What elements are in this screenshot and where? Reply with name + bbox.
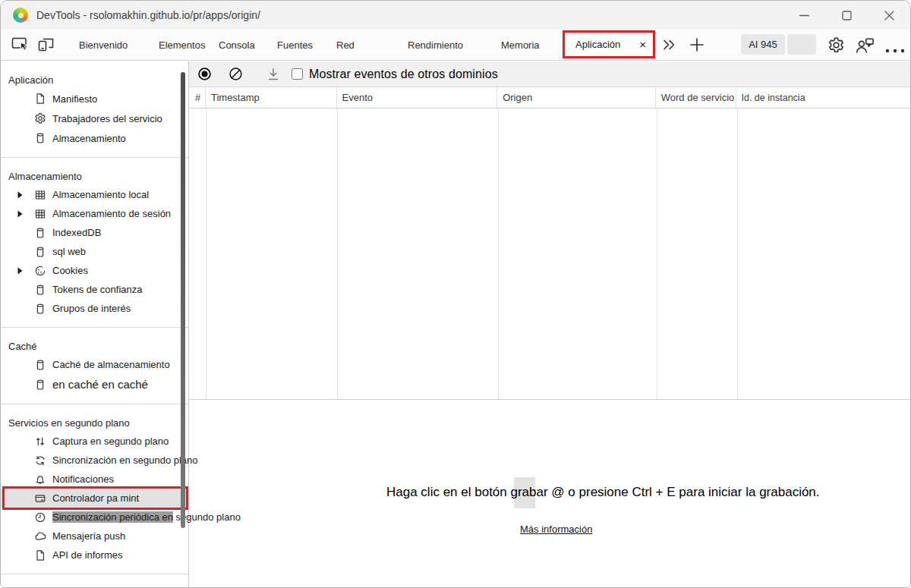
document-icon — [34, 93, 46, 105]
column-header-: # — [189, 87, 206, 108]
sidebar-item-label: Cookies — [52, 265, 88, 276]
sidebar-item-tokens-de-confianza[interactable]: Tokens de confianza — [1, 280, 188, 299]
selected-text: Sincronización periódica en — [52, 511, 173, 523]
download-icon[interactable] — [266, 67, 280, 81]
database-icon — [34, 284, 46, 296]
sidebar-item-sql-web[interactable]: sql web — [1, 242, 188, 261]
sidebar-item-label: sql web — [52, 246, 86, 257]
sidebar-section-servicios-en-segundo-plano: Servicios en segundo planoCaptura en seg… — [1, 404, 188, 574]
tab-red[interactable]: Red — [336, 30, 355, 60]
sidebar-item-label: Grupos de interés — [52, 303, 131, 314]
sidebar-item-mensajeria-push[interactable]: Mensajería push — [1, 527, 188, 546]
sidebar-item-captura-en-segundo-plano[interactable]: Captura en segundo plano — [1, 432, 188, 451]
sidebar-item-label: Tokens de confianza — [52, 284, 143, 295]
sidebar-item-grupos-de-interes[interactable]: Grupos de interés — [1, 299, 188, 318]
sidebar-item-almacenamiento-local[interactable]: Almacenamiento local — [1, 185, 188, 204]
tab-close-icon[interactable]: × — [639, 39, 646, 50]
gear-icon[interactable] — [827, 36, 845, 57]
column-header-timestamp: Timestamp — [206, 87, 337, 108]
minimize-icon[interactable] — [783, 1, 825, 30]
sidebar-item-label: Caché de almacenamiento — [52, 359, 170, 370]
empty-state-message: Haga clic en el botón grabar @ o presion… — [386, 485, 820, 500]
tab-rendimiento[interactable]: Rendimiento — [408, 30, 463, 60]
clock-icon — [34, 511, 46, 524]
record-icon[interactable] — [197, 66, 213, 82]
learn-more-link[interactable]: Más información — [520, 524, 592, 535]
sync-icon — [34, 454, 46, 467]
chevron-double-icon[interactable] — [661, 38, 676, 55]
sidebar-item-cache-de-almacenamiento[interactable]: Caché de almacenamiento — [1, 355, 188, 374]
sidebar-item-controlador-pa-mint[interactable]: Controlador pa mint — [1, 489, 188, 508]
section-header-aplicacion: Aplicación — [1, 71, 188, 89]
sidebar-scrollbar-thumb[interactable] — [181, 72, 185, 528]
tab-consola[interactable]: Consola — [219, 30, 255, 60]
database-icon — [34, 359, 46, 371]
application-sidebar: AplicaciónManifiestoTrabajadores del ser… — [1, 61, 189, 587]
tab-memoria[interactable]: Memoria — [501, 30, 540, 60]
sidebar-item-indexeddb[interactable]: IndexedDB — [1, 223, 188, 242]
sidebar-item-api-de-informes[interactable]: API de informes — [1, 546, 188, 564]
section-header-almacenamiento: Almacenamiento — [1, 168, 188, 185]
show-other-domains-label[interactable]: Mostrar eventos de otros dominios — [309, 68, 498, 81]
clear-icon[interactable] — [228, 66, 244, 82]
active-tab-label: Aplicación — [575, 39, 620, 50]
grid-icon — [34, 208, 46, 220]
sidebar-item-label: API de informes — [52, 549, 123, 561]
grid-icon — [34, 189, 46, 201]
window-controls — [783, 1, 910, 30]
sidebar-item-almacenamiento-de-sesion[interactable]: Almacenamiento de sesión — [1, 204, 188, 223]
column-divider — [657, 108, 657, 399]
sidebar-item-label: Almacenamiento local — [52, 189, 149, 200]
database-icon — [34, 132, 46, 144]
cookie-icon — [34, 265, 46, 277]
sidebar-item-label: Controlador pa mint — [52, 492, 139, 504]
close-icon[interactable] — [868, 1, 910, 30]
expander-icon[interactable] — [17, 266, 24, 275]
sidebar-item-manifiesto[interactable]: Manifiesto — [1, 89, 188, 108]
sidebar-section-cache: CachéCaché de almacenamientoen caché en … — [1, 327, 188, 404]
ai-badge[interactable]: AI 945 — [741, 34, 816, 55]
ai-badge-label[interactable]: AI 945 — [741, 34, 785, 55]
tab-elementos[interactable]: Elementos — [159, 30, 205, 60]
maximize-icon[interactable] — [825, 1, 868, 30]
sidebar-section-aplicacion: AplicaciónManifiestoTrabajadores del ser… — [1, 61, 188, 157]
sidebar-item-label: Sincronización en segundo plano — [52, 454, 198, 466]
sidebar-item-label: Trabajadores del servicio — [52, 113, 162, 124]
sidebar-item-label: Captura en segundo plano — [52, 435, 169, 447]
database-icon — [34, 379, 46, 391]
cloud-icon — [34, 530, 46, 542]
show-other-domains-checkbox[interactable] — [292, 68, 303, 80]
tab-fuentes[interactable]: Fuentes — [277, 30, 313, 60]
sidebar-item-cookies[interactable]: Cookies — [1, 261, 188, 280]
sidebar-item-sincronizacion-en-segundo-plano[interactable]: Sincronización en segundo plano — [1, 451, 188, 470]
expander-icon[interactable] — [17, 209, 24, 218]
sidebar-item-notificaciones[interactable]: Notificaciones — [1, 470, 188, 489]
inspect-icon[interactable] — [11, 36, 30, 55]
ai-badge-extension[interactable] — [787, 34, 816, 55]
expander-icon[interactable] — [17, 190, 24, 199]
document-icon — [34, 549, 46, 561]
tab-bienvenido[interactable]: Bienvenido — [79, 30, 128, 60]
sidebar-item-en-cache-en-cache[interactable]: en caché en caché — [1, 374, 188, 395]
sidebar-section-almacenamiento: AlmacenamientoAlmacenamiento localAlmace… — [1, 157, 188, 327]
title-bar: DevTools - rsolomakhin.github.io/pr/apps… — [1, 1, 910, 30]
devtools-app-icon — [13, 8, 28, 23]
more-dots-icon[interactable] — [885, 42, 905, 56]
column-header-evento: Evento — [337, 87, 498, 108]
plus-icon[interactable] — [689, 36, 705, 56]
sidebar-item-label: Mensajería push — [52, 530, 125, 542]
feedback-icon[interactable] — [856, 38, 875, 56]
background-services-panel: Mostrar eventos de otros dominios #Times… — [189, 61, 910, 587]
column-divider — [737, 108, 738, 399]
database-icon — [34, 227, 46, 239]
device-toolbar-icon[interactable] — [37, 36, 55, 55]
events-toolbar: Mostrar eventos de otros dominios — [189, 61, 910, 87]
sidebar-item-sincronizacion-periodica-en-segundo-plano[interactable]: Sincronización periódica en segundo plan… — [1, 508, 188, 527]
sidebar-item-almacenamiento[interactable]: Almacenamiento — [1, 128, 188, 148]
devtools-tab-bar: BienvenidoElementosConsolaFuentesRedRend… — [1, 30, 910, 61]
column-divider — [337, 108, 338, 399]
sidebar-item-label: en caché en caché — [52, 378, 148, 391]
sidebar-item-trabajadores-del-servicio[interactable]: Trabajadores del servicio — [1, 108, 188, 128]
tab-aplicacion-active[interactable]: Aplicación × — [563, 30, 655, 58]
database-icon — [34, 303, 46, 315]
